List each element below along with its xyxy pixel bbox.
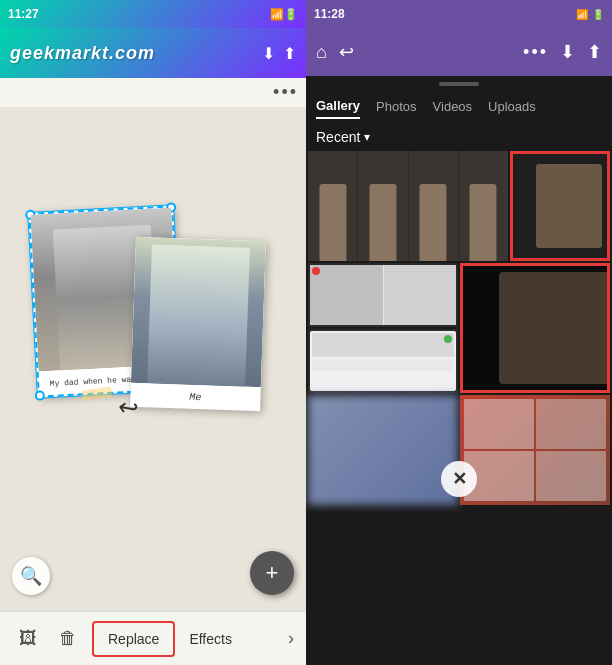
- corner-handle-bl[interactable]: [35, 390, 46, 401]
- add-button[interactable]: +: [250, 551, 294, 595]
- effects-label[interactable]: Effects: [179, 621, 242, 657]
- left-status-icons: 📶🔋: [270, 8, 298, 21]
- color-photo-person: [147, 245, 249, 387]
- battery-icon: 🔋: [592, 9, 604, 20]
- grid-row-3: ✕: [308, 395, 610, 505]
- recent-row: Recent ▾: [306, 125, 612, 151]
- more-options-right-icon[interactable]: •••: [523, 42, 548, 63]
- recent-label[interactable]: Recent: [316, 129, 360, 145]
- download-icon[interactable]: ⬇: [262, 44, 275, 63]
- tab-uploads[interactable]: Uploads: [488, 95, 536, 118]
- hairstyle-multi: [308, 151, 508, 261]
- wifi-icon: 📶: [576, 9, 588, 20]
- share-right-icon[interactable]: ⬆: [587, 41, 602, 63]
- tab-photos[interactable]: Photos: [376, 95, 416, 118]
- right-status-bar: 11:28 📶 🔋: [306, 0, 612, 28]
- left-header-icons: ⬇ ⬆: [262, 44, 296, 63]
- right-polaroid[interactable]: Me: [130, 237, 266, 411]
- red-dot-indicator: [312, 267, 320, 275]
- right-polaroid-caption: Me: [130, 383, 261, 412]
- photo-icon-button[interactable]: 🖼: [8, 617, 48, 661]
- zoom-button[interactable]: 🔍: [12, 557, 50, 595]
- left-status-bar: 11:27 📶🔋: [0, 0, 306, 28]
- recent-chevron-icon[interactable]: ▾: [364, 130, 370, 144]
- left-panel: 11:27 📶🔋 geekmarkt.com ⬇ ⬆ •••: [0, 0, 306, 665]
- more-options-icon[interactable]: •••: [273, 82, 298, 103]
- tab-gallery[interactable]: Gallery: [316, 94, 360, 119]
- right-header: ⌂ ↩ ••• ⬇ ⬆: [306, 28, 612, 76]
- left-toolbar-row: •••: [0, 78, 306, 107]
- arrow-element: ↩: [116, 392, 141, 423]
- dark-profile-cell-selected[interactable]: [460, 263, 610, 393]
- canvas-area: My dad when he was my age ↩ Me 🔍 +: [0, 107, 306, 611]
- tab-videos[interactable]: Videos: [433, 95, 473, 118]
- replace-button[interactable]: Replace: [92, 621, 175, 657]
- chevron-right-icon: ›: [288, 628, 298, 649]
- right-status-icons: 📶 🔋: [576, 9, 604, 20]
- green-dot-indicator: [444, 335, 452, 343]
- share-icon[interactable]: ⬆: [283, 44, 296, 63]
- left-bottom-toolbar: 🖼 🗑 Replace Effects ›: [0, 611, 306, 665]
- face-sub-1: [308, 151, 357, 261]
- polaroid-collage: My dad when he was my age ↩ Me: [33, 209, 273, 509]
- face-sub-3: [409, 151, 458, 261]
- drag-handle: [439, 82, 479, 86]
- grid-row-2: [308, 263, 610, 393]
- red-car-cell[interactable]: [460, 395, 610, 505]
- color-photo-bg: [131, 237, 266, 387]
- delete-icon-button[interactable]: 🗑: [48, 617, 88, 661]
- download-right-icon[interactable]: ⬇: [560, 41, 575, 63]
- hairstyle-strip-cell[interactable]: [308, 151, 508, 261]
- screenshot-cell-2[interactable]: [308, 329, 458, 393]
- screenshot-cell-1[interactable]: [308, 263, 458, 327]
- profile-side-cell-selected[interactable]: [510, 151, 610, 261]
- left-header-banner: geekmarkt.com ⬇ ⬆: [0, 28, 306, 78]
- logo: geekmarkt.com: [10, 43, 155, 64]
- photo-grid: ✕: [306, 151, 612, 665]
- blurred-face-cell[interactable]: [308, 395, 458, 505]
- grid-row-1: [308, 151, 610, 261]
- gallery-tabs: Gallery Photos Videos Uploads: [306, 90, 612, 125]
- face-sub-2: [358, 151, 407, 261]
- right-panel: 11:28 📶 🔋 ⌂ ↩ ••• ⬇ ⬆ Gallery Photos Vid…: [306, 0, 612, 665]
- right-time: 11:28: [314, 7, 345, 21]
- close-button[interactable]: ✕: [441, 461, 477, 497]
- undo-icon[interactable]: ↩: [339, 41, 354, 63]
- screenshots-column: [308, 263, 458, 393]
- face-sub-4: [459, 151, 508, 261]
- home-icon[interactable]: ⌂: [316, 42, 327, 63]
- left-time: 11:27: [8, 7, 39, 21]
- right-photo-image: [131, 237, 266, 387]
